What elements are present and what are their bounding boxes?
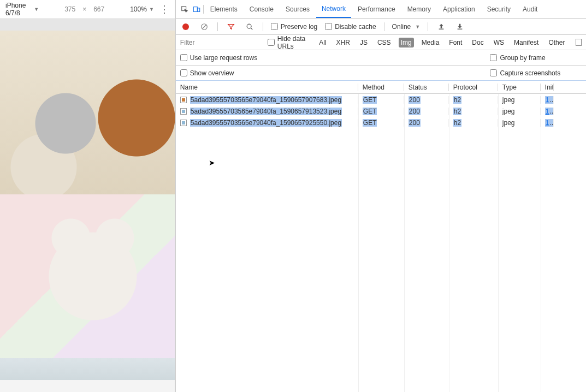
th-protocol[interactable]: Protocol [449,84,498,91]
row-type: jpeg [502,96,515,104]
th-type[interactable]: Type [498,84,541,91]
tab-security[interactable]: Security [482,0,516,18]
network-table-header: Name Method Status Protocol Type Initi [176,81,586,94]
hide-data-urls-checkbox[interactable]: Hide data URLs [268,35,311,50]
tab-sources[interactable]: Sources [280,0,315,18]
filter-extra-checkbox[interactable] [576,39,582,46]
device-height[interactable]: 667 [90,5,108,13]
tab-performance[interactable]: Performance [352,0,401,18]
device-url-bar[interactable] [0,19,175,31]
filter-js[interactable]: JS [358,38,370,47]
row-initiator[interactable]: 1.h [545,108,554,115]
clear-button[interactable] [199,21,210,32]
row-status: 200 [409,96,421,104]
chevron-down-icon: ▼ [149,7,154,12]
tab-audits[interactable]: Audit [517,0,543,18]
th-status[interactable]: Status [404,84,449,91]
th-initiator[interactable]: Initi [541,84,554,91]
row-method: GET [363,108,377,115]
upload-har-icon[interactable] [436,21,447,32]
network-row[interactable]: 5adad39555703565e79040fa_1590657925550.j… [176,117,586,128]
svg-rect-7 [439,28,444,29]
row-name: 5adad39555703565e79040fa_1590657925550.j… [190,119,342,127]
tab-console[interactable]: Console [244,0,279,18]
chevron-down-icon: ▼ [415,24,420,29]
row-type: jpeg [502,119,515,127]
cursor-icon: ➤ [209,158,215,167]
chevron-down-icon: ▼ [34,7,39,12]
group-by-frame-checkbox[interactable]: Group by frame [490,54,545,62]
filter-ws[interactable]: WS [492,38,506,47]
th-name[interactable]: Name [176,84,358,91]
network-row[interactable]: 5adad39555703565e79040fa_1590657907683.j… [176,94,586,105]
filter-manifest[interactable]: Manifest [512,38,541,47]
throttling-select[interactable]: Online ▼ [392,23,421,31]
row-initiator[interactable]: 1.h [545,119,554,127]
row-name: 5adad39555703565e79040fa_1590657913523.j… [190,108,342,115]
filter-icon[interactable] [226,21,236,32]
more-options-icon[interactable]: ⋮ [159,3,169,15]
toggle-device-icon[interactable] [191,4,202,15]
device-width[interactable]: 375 [61,5,79,13]
device-select[interactable]: iPhone 6/7/8 ▼ [5,2,39,17]
row-type: jpeg [502,108,515,115]
row-method: GET [363,96,377,104]
network-row[interactable]: 5adad39555703565e79040fa_1590657913523.j… [176,105,586,117]
filter-input[interactable] [180,39,262,46]
filter-font[interactable]: Font [447,38,464,47]
tab-memory[interactable]: Memory [402,0,436,18]
capture-screenshots-checkbox[interactable]: Capture screenshots [490,69,560,77]
devtools-panel: Elements Console Sources Network Perform… [175,0,586,392]
row-status: 200 [409,119,421,127]
row-protocol: h2 [453,96,461,104]
file-icon [180,97,187,103]
filter-media[interactable]: Media [419,38,442,47]
zoom-label: 100% [130,5,147,13]
svg-line-4 [202,25,206,28]
preview-image-3 [0,358,175,380]
inspect-element-icon[interactable] [179,4,190,15]
preview-image-2 [0,194,175,358]
svg-point-5 [247,24,251,28]
device-toolbar: iPhone 6/7/8 ▼ 375 × 667 100% ▼ ⋮ [0,0,175,19]
use-large-rows-checkbox[interactable]: Use large request rows [180,54,257,62]
filter-other[interactable]: Other [546,38,567,47]
options-row-2: Show overview Capture screenshots [176,66,586,81]
times-icon: × [82,5,86,13]
file-icon [180,120,187,126]
filter-img[interactable]: Img [399,38,414,47]
filter-bar: Hide data URLs All XHR JS CSS Img Media … [176,35,586,50]
preserve-log-checkbox[interactable]: Preserve log [271,23,317,31]
row-name: 5adad39555703565e79040fa_1590657907683.j… [190,96,342,104]
tab-application[interactable]: Application [437,0,481,18]
filter-css[interactable]: CSS [375,38,393,47]
disable-cache-checkbox[interactable]: Disable cache [325,23,376,31]
row-status: 200 [409,108,421,115]
device-select-label: iPhone 6/7/8 [5,2,31,17]
row-initiator[interactable]: 1.h [545,96,554,104]
tab-elements[interactable]: Elements [205,0,243,18]
filter-all[interactable]: All [317,38,328,47]
type-filters: All XHR JS CSS Img Media Font Doc WS Man… [317,38,567,47]
download-har-icon[interactable] [454,21,465,32]
device-viewport[interactable] [0,19,175,392]
zoom-select[interactable]: 100% ▼ [130,5,154,13]
svg-rect-8 [458,28,463,29]
device-preview-pane: iPhone 6/7/8 ▼ 375 × 667 100% ▼ ⋮ [0,0,175,392]
show-overview-checkbox[interactable]: Show overview [180,69,234,77]
th-method[interactable]: Method [358,84,404,91]
row-protocol: h2 [453,119,461,127]
filter-doc[interactable]: Doc [470,38,486,47]
device-dimensions: 375 × 667 [61,5,108,13]
tab-network[interactable]: Network [316,0,351,18]
options-row-1: Use large request rows Group by frame [176,50,586,66]
network-table-body: 5adad39555703565e79040fa_1590657907683.j… [176,94,586,392]
svg-rect-1 [193,7,197,11]
devtools-tabbar: Elements Console Sources Network Perform… [176,0,586,19]
filter-xhr[interactable]: XHR [334,38,352,47]
search-icon[interactable] [244,21,255,32]
row-protocol: h2 [453,108,461,115]
network-toolbar: Preserve log Disable cache Online ▼ [176,19,586,35]
svg-line-6 [251,28,252,29]
record-button[interactable] [180,21,191,32]
